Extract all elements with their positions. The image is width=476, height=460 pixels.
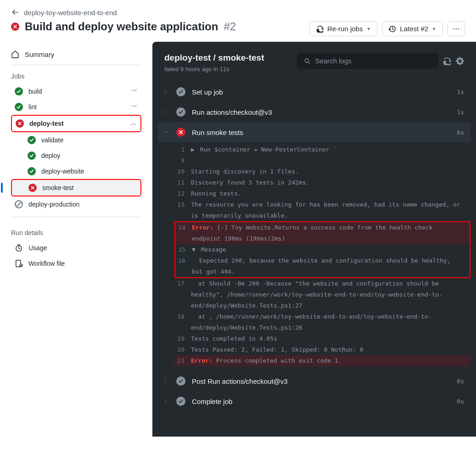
step-row[interactable]: ﹀Run smoke tests6s — [158, 122, 470, 142]
back-arrow-icon[interactable] — [11, 8, 19, 17]
gear-icon[interactable] — [456, 57, 464, 65]
step-duration: 1s — [457, 109, 464, 116]
x-circle-icon — [28, 184, 37, 192]
check-circle-icon — [176, 376, 185, 386]
x-circle-icon — [16, 119, 24, 128]
step-name: Set up job — [192, 88, 223, 96]
skip-icon — [15, 200, 23, 208]
rerun-jobs-button[interactable]: Re-run jobs ▼ — [309, 21, 377, 36]
chevron-right-icon: 〉 — [164, 109, 170, 116]
log-line: 20Tests Passed: 2, Failed: 1, Skipped: 0… — [174, 344, 470, 355]
refresh-icon[interactable] — [443, 57, 451, 65]
job-subtitle: failed 9 hours ago in 11s — [164, 66, 264, 73]
svg-point-2 — [456, 28, 457, 29]
workflow-file-link[interactable]: Workflow file — [11, 256, 141, 271]
job-label: build — [28, 88, 42, 95]
sync-icon — [316, 25, 324, 33]
run-details-label: Run details — [11, 222, 141, 240]
log-line: 14Error: [-] Toy Website.Returns a succe… — [175, 222, 470, 244]
log-panel: deploy-test / smoke-test failed 9 hours … — [152, 42, 476, 437]
chevron-down-icon[interactable]: ﹀ — [131, 87, 138, 95]
job-label: lint — [28, 103, 37, 111]
sidebar-job-validate[interactable]: validate — [11, 132, 141, 148]
workflow-title: Build and deploy website application — [25, 20, 218, 33]
step-row[interactable]: 〉Set up job1s — [158, 82, 470, 102]
svg-point-1 — [454, 28, 455, 29]
caret-down-icon: ▼ — [432, 27, 436, 31]
log-line: 16 Expected 200, because the website and… — [175, 255, 470, 277]
breadcrumb-text[interactable]: deploy-toy-website-end-to-end — [24, 9, 117, 17]
job-label: deploy-test — [29, 120, 64, 127]
job-label: smoke-test — [42, 184, 73, 191]
sidebar-job-deploy-website[interactable]: deploy-website — [11, 163, 141, 179]
stopwatch-icon — [15, 244, 23, 252]
search-logs-input[interactable] — [297, 53, 438, 69]
sidebar-job-deploy[interactable]: deploy — [11, 148, 141, 163]
step-duration: 1s — [457, 89, 464, 95]
jobs-list: build﹀lint﹀deploy-test︿validatedeploydep… — [11, 84, 141, 212]
page-header: deploy-toy-website-end-to-end Build and … — [0, 0, 476, 40]
svg-point-3 — [458, 28, 459, 29]
breadcrumb[interactable]: deploy-toy-website-end-to-end — [11, 8, 236, 17]
log-line: 9 — [174, 155, 470, 166]
run-number: #2 — [224, 20, 236, 33]
step-name: Run actions/checkout@v3 — [192, 108, 272, 116]
check-circle-icon — [28, 167, 36, 175]
log-line: 18 at , /home/runner/work/toy-website-en… — [174, 311, 470, 333]
chevron-right-icon: 〉 — [164, 398, 170, 405]
status-fail-icon — [11, 22, 19, 31]
steps-list: 〉Set up job1s〉Run actions/checkout@v31s﹀… — [152, 77, 476, 416]
check-circle-icon — [15, 87, 23, 95]
chevron-up-icon[interactable]: ︿ — [130, 119, 137, 128]
log-line: 21Error: Process completed with exit cod… — [174, 355, 470, 366]
chevron-down-icon: ﹀ — [164, 129, 170, 136]
check-circle-icon — [176, 107, 185, 117]
caret-down-icon: ▼ — [366, 27, 370, 31]
divider — [11, 217, 141, 217]
job-label: deploy — [41, 152, 60, 159]
chevron-right-icon: 〉 — [164, 378, 170, 385]
step-name: Post Run actions/checkout@v3 — [192, 377, 288, 385]
kebab-icon — [453, 25, 460, 33]
step-duration: 0s — [457, 398, 464, 405]
chevron-right-icon: 〉 — [164, 89, 170, 95]
sidebar-job-lint[interactable]: lint﹀ — [11, 99, 141, 115]
step-row[interactable]: 〉Post Run actions/checkout@v30s — [158, 371, 470, 391]
step-name: Run smoke tests — [192, 129, 243, 136]
latest-run-button[interactable]: Latest #2 ▼ — [382, 21, 443, 36]
more-actions-button[interactable] — [448, 21, 465, 36]
log-line: 12Running tests. — [174, 188, 470, 199]
step-row[interactable]: 〉Complete job0s — [158, 391, 470, 411]
step-duration: 0s — [457, 378, 464, 385]
step-duration: 6s — [457, 129, 464, 136]
home-icon — [11, 50, 19, 58]
history-icon — [389, 25, 396, 33]
svg-line-12 — [17, 202, 21, 207]
log-line: 17 at Should -Be 200 -Because "the websi… — [174, 278, 470, 311]
search-icon — [304, 57, 311, 65]
sidebar: Summary Jobs build﹀lint﹀deploy-test︿vali… — [0, 40, 152, 437]
check-circle-icon — [28, 151, 36, 160]
check-circle-icon — [28, 136, 36, 144]
sidebar-job-build[interactable]: build﹀ — [11, 84, 141, 99]
job-title: deploy-test / smoke-test — [164, 53, 264, 63]
usage-link[interactable]: Usage — [11, 240, 141, 256]
log-line: 13The resource you are looking for has b… — [174, 199, 470, 221]
job-label: deploy-website — [41, 168, 84, 175]
log-output: 1▶ Run $container = New-PesterContainer … — [158, 142, 470, 371]
log-line: 1▶ Run $container = New-PesterContainer … — [174, 144, 470, 155]
chevron-down-icon[interactable]: ﹀ — [131, 103, 138, 111]
sidebar-job-smoke-test[interactable]: smoke-test — [11, 179, 141, 196]
jobs-section-label: Jobs — [11, 65, 141, 84]
step-row[interactable]: 〉Run actions/checkout@v31s — [158, 102, 470, 122]
check-circle-icon — [176, 397, 185, 406]
check-circle-icon — [176, 87, 185, 96]
sidebar-job-deploy-production[interactable]: deploy-production — [11, 196, 141, 212]
log-line: 10Starting discovery in 1 files. — [174, 166, 470, 177]
x-circle-icon — [176, 128, 185, 137]
job-label: deploy-production — [28, 201, 79, 208]
workflow-file-icon — [15, 259, 23, 268]
step-name: Complete job — [192, 398, 232, 405]
sidebar-job-deploy-test[interactable]: deploy-test︿ — [11, 115, 141, 132]
summary-link[interactable]: Summary — [11, 45, 141, 65]
